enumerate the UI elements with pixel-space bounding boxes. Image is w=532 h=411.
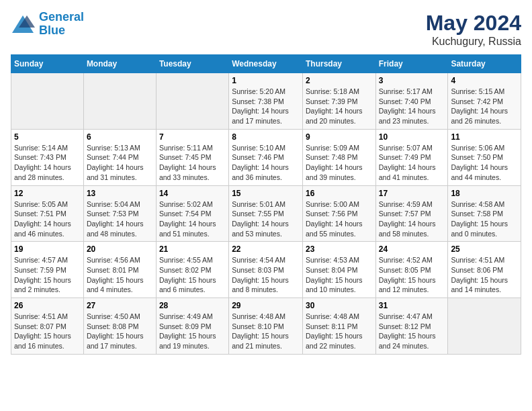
day-cell: 11Sunrise: 5:06 AM Sunset: 7:50 PM Dayli… [448,129,521,185]
day-number: 20 [87,244,153,254]
day-cell: 18Sunrise: 4:58 AM Sunset: 7:58 PM Dayli… [448,185,521,242]
day-info: Sunrise: 4:48 AM Sunset: 8:10 PM Dayligh… [232,312,300,351]
day-cell: 30Sunrise: 4:48 AM Sunset: 8:11 PM Dayli… [302,298,375,355]
day-cell: 12Sunrise: 5:05 AM Sunset: 7:51 PM Dayli… [11,185,84,242]
day-info: Sunrise: 4:54 AM Sunset: 8:03 PM Dayligh… [232,255,300,295]
day-cell: 25Sunrise: 4:51 AM Sunset: 8:06 PM Dayli… [448,242,521,298]
week-row-4: 19Sunrise: 4:57 AM Sunset: 7:59 PM Dayli… [11,242,521,298]
day-number: 30 [306,301,373,310]
day-cell: 5Sunrise: 5:14 AM Sunset: 7:43 PM Daylig… [11,129,84,185]
day-cell: 7Sunrise: 5:11 AM Sunset: 7:45 PM Daylig… [156,129,228,185]
week-row-2: 5Sunrise: 5:14 AM Sunset: 7:43 PM Daylig… [11,129,521,185]
day-cell [448,298,521,355]
day-number: 9 [306,132,373,142]
day-info: Sunrise: 5:13 AM Sunset: 7:44 PM Dayligh… [87,143,153,183]
day-number: 12 [14,189,81,198]
day-number: 3 [379,76,445,85]
day-info: Sunrise: 5:00 AM Sunset: 7:56 PM Dayligh… [306,199,373,239]
day-cell: 2Sunrise: 5:18 AM Sunset: 7:39 PM Daylig… [302,73,375,130]
day-cell: 19Sunrise: 4:57 AM Sunset: 7:59 PM Dayli… [11,242,84,298]
day-cell: 31Sunrise: 4:47 AM Sunset: 8:12 PM Dayli… [375,298,448,355]
day-info: Sunrise: 5:05 AM Sunset: 7:51 PM Dayligh… [14,199,81,239]
day-info: Sunrise: 4:56 AM Sunset: 8:01 PM Dayligh… [87,255,153,295]
logo-text: General Blue [39,11,84,38]
day-number: 8 [232,132,300,142]
day-cell: 8Sunrise: 5:10 AM Sunset: 7:46 PM Daylig… [229,129,303,185]
day-number: 25 [451,244,518,254]
header-row: SundayMondayTuesdayWednesdayThursdayFrid… [11,55,521,73]
day-info: Sunrise: 5:02 AM Sunset: 7:54 PM Dayligh… [159,199,226,239]
day-number: 5 [14,132,81,142]
day-number: 1 [232,76,300,85]
day-info: Sunrise: 5:17 AM Sunset: 7:40 PM Dayligh… [379,87,445,126]
day-number: 21 [159,244,226,254]
logo-icon [11,14,35,34]
day-info: Sunrise: 5:15 AM Sunset: 7:42 PM Dayligh… [451,87,518,126]
day-number: 14 [159,189,226,198]
day-cell: 15Sunrise: 5:01 AM Sunset: 7:55 PM Dayli… [229,185,303,242]
header-wednesday: Wednesday [229,55,303,73]
day-number: 31 [379,301,445,310]
day-number: 4 [451,76,518,85]
day-cell: 23Sunrise: 4:53 AM Sunset: 8:04 PM Dayli… [302,242,375,298]
header-thursday: Thursday [302,55,375,73]
day-info: Sunrise: 4:53 AM Sunset: 8:04 PM Dayligh… [306,255,373,295]
day-number: 6 [87,132,153,142]
day-number: 13 [87,189,153,198]
day-info: Sunrise: 5:09 AM Sunset: 7:48 PM Dayligh… [306,143,373,183]
header-friday: Friday [375,55,448,73]
day-number: 15 [232,189,300,198]
header-sunday: Sunday [11,55,84,73]
day-cell: 20Sunrise: 4:56 AM Sunset: 8:01 PM Dayli… [83,242,156,298]
day-number: 19 [14,244,81,254]
day-cell [83,73,156,130]
day-cell: 27Sunrise: 4:50 AM Sunset: 8:08 PM Dayli… [83,298,156,355]
header-tuesday: Tuesday [156,55,228,73]
day-cell: 17Sunrise: 4:59 AM Sunset: 7:57 PM Dayli… [375,185,448,242]
day-info: Sunrise: 5:07 AM Sunset: 7:49 PM Dayligh… [379,143,445,183]
day-info: Sunrise: 5:01 AM Sunset: 7:55 PM Dayligh… [232,199,300,239]
calendar-location: Kuchugury, Russia [426,36,521,48]
day-cell: 28Sunrise: 4:49 AM Sunset: 8:09 PM Dayli… [156,298,228,355]
day-number: 18 [451,189,518,198]
day-cell: 16Sunrise: 5:00 AM Sunset: 7:56 PM Dayli… [302,185,375,242]
day-info: Sunrise: 5:20 AM Sunset: 7:38 PM Dayligh… [232,87,300,126]
week-row-3: 12Sunrise: 5:05 AM Sunset: 7:51 PM Dayli… [11,185,521,242]
day-info: Sunrise: 5:18 AM Sunset: 7:39 PM Dayligh… [306,87,373,126]
day-cell [11,73,84,130]
day-info: Sunrise: 4:52 AM Sunset: 8:05 PM Dayligh… [379,255,445,295]
day-cell: 1Sunrise: 5:20 AM Sunset: 7:38 PM Daylig… [229,73,303,130]
day-number: 16 [306,189,373,198]
day-cell: 21Sunrise: 4:55 AM Sunset: 8:02 PM Dayli… [156,242,228,298]
day-cell: 4Sunrise: 5:15 AM Sunset: 7:42 PM Daylig… [448,73,521,130]
day-info: Sunrise: 4:57 AM Sunset: 7:59 PM Dayligh… [14,255,81,295]
day-cell: 24Sunrise: 4:52 AM Sunset: 8:05 PM Dayli… [375,242,448,298]
day-number: 7 [159,132,226,142]
day-info: Sunrise: 4:49 AM Sunset: 8:09 PM Dayligh… [159,312,226,351]
day-number: 26 [14,301,81,310]
day-number: 10 [379,132,445,142]
day-number: 29 [232,301,300,310]
day-number: 23 [306,244,373,254]
day-info: Sunrise: 5:04 AM Sunset: 7:53 PM Dayligh… [87,199,153,239]
day-number: 17 [379,189,445,198]
week-row-5: 26Sunrise: 4:51 AM Sunset: 8:07 PM Dayli… [11,298,521,355]
day-cell: 3Sunrise: 5:17 AM Sunset: 7:40 PM Daylig… [375,73,448,130]
day-info: Sunrise: 4:59 AM Sunset: 7:57 PM Dayligh… [379,199,445,239]
day-info: Sunrise: 4:51 AM Sunset: 8:06 PM Dayligh… [451,255,518,295]
day-cell: 29Sunrise: 4:48 AM Sunset: 8:10 PM Dayli… [229,298,303,355]
day-info: Sunrise: 4:55 AM Sunset: 8:02 PM Dayligh… [159,255,226,295]
title-block: May 2024 Kuchugury, Russia [426,11,521,48]
calendar-title: May 2024 [426,11,521,36]
day-info: Sunrise: 4:51 AM Sunset: 8:07 PM Dayligh… [14,312,81,351]
day-cell: 14Sunrise: 5:02 AM Sunset: 7:54 PM Dayli… [156,185,228,242]
day-cell: 13Sunrise: 5:04 AM Sunset: 7:53 PM Dayli… [83,185,156,242]
day-info: Sunrise: 5:10 AM Sunset: 7:46 PM Dayligh… [232,143,300,183]
day-info: Sunrise: 4:48 AM Sunset: 8:11 PM Dayligh… [306,312,373,351]
week-row-1: 1Sunrise: 5:20 AM Sunset: 7:38 PM Daylig… [11,73,521,130]
day-info: Sunrise: 4:58 AM Sunset: 7:58 PM Dayligh… [451,199,518,239]
day-info: Sunrise: 4:50 AM Sunset: 8:08 PM Dayligh… [87,312,153,351]
day-info: Sunrise: 4:47 AM Sunset: 8:12 PM Dayligh… [379,312,445,351]
day-info: Sunrise: 5:06 AM Sunset: 7:50 PM Dayligh… [451,143,518,183]
calendar-table: SundayMondayTuesdayWednesdayThursdayFrid… [11,54,521,355]
